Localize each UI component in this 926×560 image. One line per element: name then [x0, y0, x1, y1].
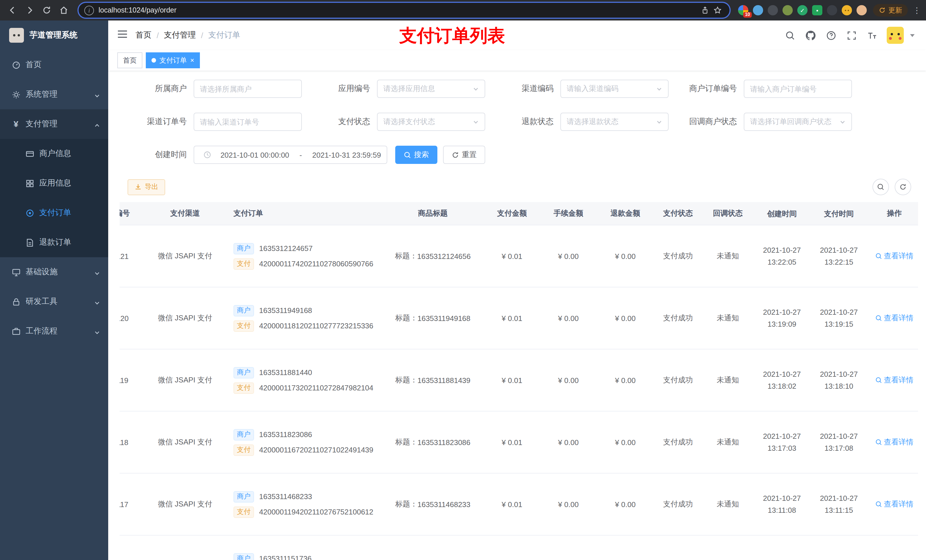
- search-icon: [875, 253, 882, 260]
- table-row: 119 微信 JSAPI 支付 商户 1635311881440 支付 4200…: [120, 349, 918, 412]
- sidebar-item-app-info[interactable]: 应用信息: [0, 169, 108, 198]
- merchant-input[interactable]: [194, 80, 302, 98]
- browser-toolbar: i localhost:1024/pay/order 10 ✓ ▪ • • 更新…: [0, 0, 926, 21]
- cell-pay-channel: 微信 JSAPI 支付: [142, 375, 228, 385]
- extension-badge: 10: [743, 12, 752, 18]
- profile-avatar-icon[interactable]: [856, 5, 867, 15]
- view-detail-link[interactable]: 查看详情: [875, 251, 914, 261]
- view-detail-link[interactable]: 查看详情: [875, 499, 914, 509]
- merchant-tag: 商户: [233, 429, 254, 440]
- extension-colorful-icon[interactable]: 10: [738, 5, 748, 15]
- reset-button[interactable]: 重置: [443, 146, 485, 164]
- cell-refund-amount: ¥ 0.00: [597, 438, 654, 447]
- cell-order-id: 118: [120, 438, 142, 447]
- cell-create-time: 2021-10-2713:11:08: [754, 492, 810, 516]
- search-icon: [875, 501, 882, 508]
- cell-notify-status: 未通知: [702, 251, 754, 261]
- github-icon[interactable]: [801, 26, 820, 44]
- sidebar-item-merchant-info[interactable]: 商户信息: [0, 139, 108, 169]
- channel-order-no-label: 渠道订单号: [120, 117, 194, 127]
- refresh-button[interactable]: [895, 179, 911, 195]
- col-header-create-time: 创建时间: [754, 207, 810, 219]
- sidebar-item-infra[interactable]: 基础设施: [0, 257, 108, 287]
- cell-refund-amount: ¥ 0.00: [597, 314, 654, 322]
- channel-code-label: 渠道编码: [486, 84, 560, 94]
- tab-home[interactable]: 首页: [117, 52, 142, 68]
- sidebar-item-refund-order[interactable]: 退款订单: [0, 228, 108, 257]
- view-detail-link[interactable]: 查看详情: [875, 437, 914, 447]
- extension-blue-icon[interactable]: [753, 5, 763, 15]
- table-header-row: 编号 支付渠道 支付订单 商品标题 支付金额 手续金额 退款金额 支付状态 回调…: [120, 202, 918, 225]
- bookmark-star-icon[interactable]: [711, 4, 724, 17]
- search-button[interactable]: 搜索: [395, 146, 437, 164]
- cell-notify-status: 未通知: [702, 499, 754, 509]
- cell-pay-time: 2021-10-2713:17:08: [810, 430, 867, 454]
- view-detail-link[interactable]: 查看详情: [875, 375, 914, 385]
- cell-pay-order: 商户 1635312124657 支付 42000011742021102780…: [228, 243, 381, 269]
- font-size-icon[interactable]: [863, 26, 881, 44]
- search-icon[interactable]: [781, 26, 799, 44]
- merchant-order-no-input[interactable]: [744, 80, 852, 98]
- sidebar-item-payment[interactable]: ¥ 支付管理: [0, 109, 108, 139]
- extension-check-icon[interactable]: ✓: [797, 5, 808, 15]
- pay-tag: 支付: [233, 320, 254, 332]
- cell-order-id: 120: [120, 314, 142, 322]
- refund-status-label: 退款状态: [486, 117, 560, 127]
- pay-order-no: 4200001181202110277723215336: [259, 322, 373, 330]
- forward-button[interactable]: [22, 2, 38, 18]
- user-avatar[interactable]: [887, 27, 904, 44]
- refresh-icon: [899, 183, 906, 191]
- create-time-range-picker[interactable]: 2021-10-01 00:00:00 - 2021-10-31 23:59:5…: [194, 146, 387, 164]
- sidebar-item-workflow[interactable]: 工作流程: [0, 316, 108, 346]
- help-icon[interactable]: [822, 26, 840, 44]
- refund-status-select[interactable]: 请选择退款状态: [560, 113, 669, 131]
- merchant-order-no: 1635311151736: [259, 554, 312, 560]
- sidebar-item-pay-order[interactable]: 支付订单: [0, 198, 108, 228]
- cell-pay-order: 商户 1635311151736 支付: [228, 553, 381, 560]
- share-icon[interactable]: [699, 4, 711, 17]
- export-button[interactable]: 导出: [127, 179, 165, 195]
- browser-menu-icon[interactable]: ⋮: [912, 6, 921, 15]
- cell-product-title: 标题：1635311949168: [381, 313, 484, 323]
- address-bar[interactable]: i localhost:1024/pay/order: [77, 2, 731, 19]
- extension-olive-icon[interactable]: [782, 5, 793, 15]
- channel-code-select[interactable]: 请输入渠道编码: [560, 80, 669, 98]
- cell-pay-channel: 微信 JSAPI 支付: [142, 313, 228, 323]
- extension-pin-icon[interactable]: [827, 5, 837, 15]
- callback-status-select[interactable]: 请选择订单回调商户状态: [744, 113, 852, 131]
- extension-dark-icon[interactable]: [768, 5, 778, 15]
- back-button[interactable]: [5, 2, 21, 18]
- close-tab-icon[interactable]: ×: [190, 57, 194, 64]
- view-detail-link[interactable]: 查看详情: [875, 313, 914, 323]
- pay-order-no: 4200001194202110276752100612: [259, 508, 373, 516]
- cell-pay-channel: 微信 JSAPI 支付: [142, 251, 228, 261]
- home-button[interactable]: [56, 2, 72, 18]
- col-header-id: 编号: [120, 208, 142, 219]
- app-id-select[interactable]: 请选择应用信息: [377, 80, 485, 98]
- sidebar-item-home[interactable]: 首页: [0, 50, 108, 80]
- tab-pay-order[interactable]: 支付订单 ×: [146, 52, 200, 68]
- chevron-down-icon: [656, 86, 662, 92]
- sidebar-item-devtools[interactable]: 研发工具: [0, 287, 108, 316]
- breadcrumb-pay-manage[interactable]: 支付管理: [164, 30, 196, 41]
- fullscreen-icon[interactable]: [842, 26, 861, 44]
- collapse-menu-icon[interactable]: [117, 30, 127, 41]
- sidebar-item-system[interactable]: 系统管理: [0, 80, 108, 109]
- col-header-notify: 回调状态: [702, 208, 754, 219]
- breadcrumb-home[interactable]: 首页: [136, 30, 151, 41]
- reload-button[interactable]: [39, 2, 54, 18]
- channel-order-no-input[interactable]: [194, 113, 302, 131]
- extension-chat-icon[interactable]: ▪: [812, 5, 822, 15]
- site-info-icon[interactable]: i: [84, 5, 94, 15]
- chevron-down-icon: [94, 269, 100, 275]
- url-text[interactable]: localhost:1024/pay/order: [98, 6, 699, 14]
- pay-status-select[interactable]: 请选择支付状态: [377, 113, 485, 131]
- pay-order-no: 4200001167202110271022491439: [259, 445, 373, 454]
- cell-pay-time: 2021-10-2713:22:15: [810, 244, 867, 268]
- browser-update-button[interactable]: 更新: [873, 4, 908, 17]
- extension-smiley-icon[interactable]: • •: [842, 5, 852, 15]
- toggle-search-button[interactable]: [873, 179, 889, 195]
- avatar-caret-icon[interactable]: [910, 34, 915, 37]
- cell-pay-status: 支付成功: [654, 437, 702, 447]
- dashboard-icon: [11, 60, 21, 69]
